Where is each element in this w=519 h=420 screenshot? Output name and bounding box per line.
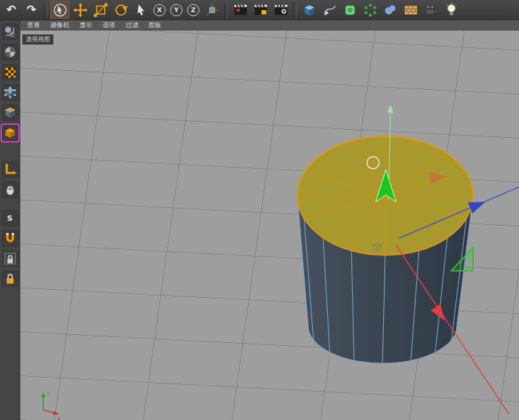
toolbar-separator — [293, 2, 297, 18]
spline-pen-icon — [322, 3, 337, 18]
menu-view[interactable]: 查看 — [27, 21, 40, 30]
y-axis-icon: Y — [170, 4, 182, 16]
add-floor-button[interactable] — [401, 1, 420, 19]
snap-button[interactable]: S — [2, 210, 18, 226]
camera-icon — [424, 3, 439, 18]
render-settings-button[interactable] — [271, 1, 291, 19]
menu-cameras[interactable]: 摄像机 — [50, 21, 70, 30]
snap-icon: S — [7, 214, 13, 223]
add-metaball-button[interactable] — [380, 1, 400, 19]
cursor-icon — [134, 3, 149, 18]
viewport-menubar: 查看 摄像机 显示 选项 过滤 面板 — [20, 20, 519, 30]
z-axis-icon: Z — [187, 4, 199, 16]
undo-icon: ↶ — [6, 4, 16, 16]
main-toolbar: ↶ ↷ — [0, 0, 519, 20]
toolbar-separator — [224, 2, 228, 18]
axis-y-label: Y — [46, 392, 50, 397]
make-editable-icon — [3, 25, 17, 38]
add-light-button[interactable] — [441, 1, 461, 19]
menu-display[interactable]: 显示 — [80, 21, 93, 30]
cube-icon — [302, 3, 317, 18]
coordinate-system-icon — [205, 3, 220, 18]
render-clapper-icon — [233, 3, 248, 18]
lock-x-button[interactable]: X — [151, 1, 168, 19]
make-editable-button[interactable] — [2, 24, 18, 40]
metaball-icon — [383, 3, 398, 18]
polygons-mode-button[interactable] — [2, 125, 18, 141]
free-selection-button[interactable] — [131, 1, 151, 19]
render-picture-viewer-button[interactable] — [251, 1, 270, 19]
axis-l-icon — [3, 163, 17, 176]
edges-mode-button[interactable] — [2, 105, 18, 121]
texture-mode-icon — [3, 65, 17, 79]
redo-icon: ↷ — [26, 4, 36, 16]
magnet-icon — [3, 232, 17, 245]
model-mode-button[interactable] — [2, 44, 18, 60]
coordinate-system-button[interactable] — [202, 1, 222, 19]
texture-lock-button[interactable] — [2, 271, 18, 287]
rotate-icon — [114, 3, 128, 18]
render-settings-icon — [274, 3, 289, 18]
mouse-icon — [3, 183, 17, 196]
viewport-label: 透视视图 — [22, 34, 53, 45]
scale-button[interactable] — [91, 1, 110, 19]
viewport-axis-indicator: Y X — [41, 392, 61, 420]
rotate-button[interactable] — [111, 1, 130, 19]
move-button[interactable] — [70, 1, 90, 19]
render-picture-viewer-icon — [253, 3, 268, 18]
scale-icon — [93, 3, 108, 18]
viewport-solo-button[interactable] — [2, 182, 18, 198]
undo-button[interactable]: ↶ — [1, 1, 21, 19]
lock-y-button[interactable]: Y — [168, 1, 184, 19]
viewport[interactable]: 透视视图 — [20, 30, 519, 420]
y-axis-tip — [387, 105, 393, 113]
edges-mode-icon — [3, 106, 17, 120]
mode-sidebar: S — [0, 20, 20, 420]
add-subdivision-surface-button[interactable] — [340, 1, 360, 19]
workplane-lock-button[interactable] — [2, 251, 18, 267]
menu-options[interactable]: 选项 — [103, 21, 116, 30]
points-mode-icon — [3, 86, 17, 99]
live-selection-button[interactable] — [50, 1, 70, 19]
redo-button[interactable]: ↷ — [22, 1, 41, 19]
magnet-snap-button[interactable] — [2, 230, 18, 246]
add-cube-button[interactable] — [299, 1, 319, 19]
axis-x-label: X — [57, 417, 61, 420]
enable-axis-button[interactable] — [2, 161, 18, 178]
scene-svg[interactable]: Y X — [20, 30, 519, 420]
polygons-mode-icon — [3, 126, 17, 140]
lock-z-button[interactable]: Z — [185, 1, 201, 19]
live-selection-icon — [53, 3, 68, 18]
subdivision-surface-icon — [343, 3, 357, 18]
array-icon — [363, 3, 378, 18]
render-view-button[interactable] — [230, 1, 250, 19]
add-camera-button[interactable] — [421, 1, 441, 19]
points-mode-button[interactable] — [2, 84, 18, 101]
model-mode-icon — [3, 45, 17, 59]
bricks-icon — [403, 3, 418, 18]
texture-mode-button[interactable] — [2, 64, 18, 80]
add-array-button[interactable] — [360, 1, 380, 19]
workplane-lock-icon — [3, 252, 17, 265]
move-icon — [73, 3, 88, 18]
toolbar-separator — [44, 2, 47, 18]
texture-lock-icon — [3, 272, 17, 286]
menu-filter[interactable]: 过滤 — [126, 21, 139, 30]
add-spline-button[interactable] — [320, 1, 339, 19]
x-axis-icon: X — [153, 4, 166, 16]
menu-panel[interactable]: 面板 — [149, 21, 162, 30]
light-bulb-icon — [444, 3, 459, 18]
app-window: ↶ ↷ — [0, 0, 519, 420]
